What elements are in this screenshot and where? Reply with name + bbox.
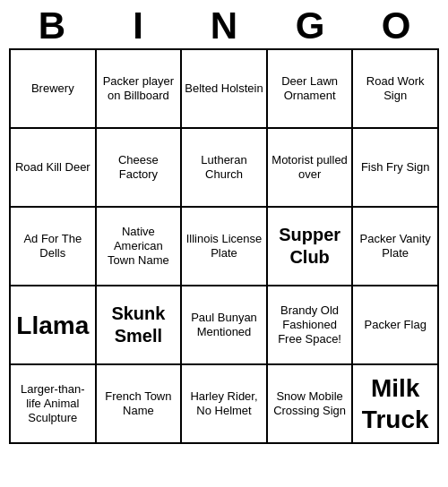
bingo-letter-I: I <box>99 7 177 45</box>
bingo-cell-1: Packer player on Billboard <box>97 50 183 129</box>
bingo-letter-N: N <box>185 7 263 45</box>
bingo-cell-13: Supper Club <box>268 208 354 286</box>
bingo-header: BINGO <box>9 0 439 48</box>
bingo-cell-5: Road Kill Deer <box>11 129 97 208</box>
bingo-cell-21: French Town Name <box>97 365 183 444</box>
bingo-cell-6: Cheese Factory <box>97 129 183 208</box>
bingo-cell-11: Native American Town Name <box>97 208 183 286</box>
bingo-cell-8: Motorist pulled over <box>268 129 354 208</box>
bingo-grid: BreweryPacker player on BillboardBelted … <box>9 48 439 444</box>
bingo-cell-4: Road Work Sign <box>353 50 439 129</box>
bingo-cell-17: Paul Bunyan Mentioned <box>182 286 268 365</box>
bingo-cell-20: Larger-than-life Animal Sculpture <box>11 365 97 444</box>
bingo-cell-2: Belted Holstein <box>182 50 268 129</box>
bingo-letter-B: B <box>13 7 91 45</box>
bingo-cell-23: Snow Mobile Crossing Sign <box>268 365 354 444</box>
bingo-cell-24: Milk Truck <box>353 365 439 444</box>
bingo-cell-12: Illinois License Plate <box>182 208 268 286</box>
bingo-cell-16: Skunk Smell <box>97 286 183 365</box>
bingo-cell-22: Harley Rider, No Helmet <box>182 365 268 444</box>
bingo-cell-15: Llama <box>11 286 97 365</box>
bingo-cell-14: Packer Vanity Plate <box>353 208 439 286</box>
bingo-cell-3: Deer Lawn Ornament <box>268 50 354 129</box>
bingo-letter-G: G <box>271 7 349 45</box>
bingo-cell-19: Packer Flag <box>353 286 439 365</box>
bingo-letter-O: O <box>357 7 435 45</box>
bingo-cell-9: Fish Fry Sign <box>353 129 439 208</box>
bingo-cell-10: Ad For The Dells <box>11 208 97 286</box>
bingo-cell-7: Lutheran Church <box>182 129 268 208</box>
bingo-cell-18: Brandy Old Fashioned Free Space! <box>268 286 354 365</box>
bingo-cell-0: Brewery <box>11 50 97 129</box>
